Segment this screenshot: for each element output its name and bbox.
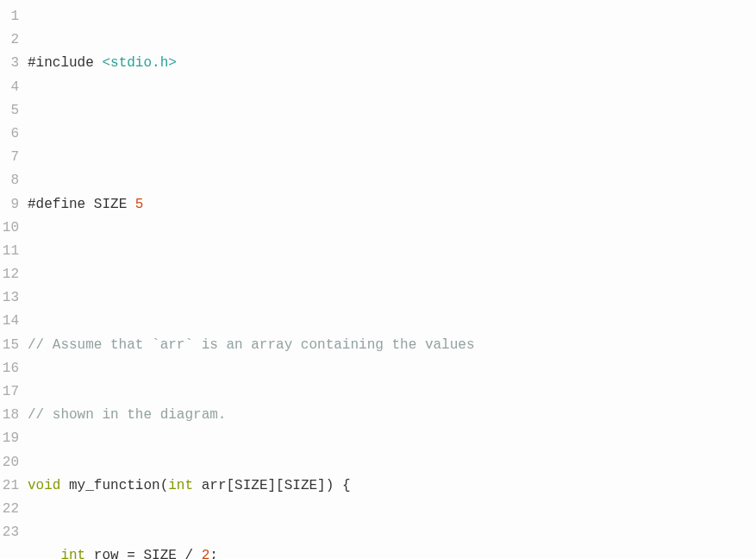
line-number: 7 — [0, 146, 19, 169]
line-number: 11 — [0, 240, 19, 263]
line-number-gutter: 1 2 3 4 5 6 7 8 9 10 11 12 13 14 15 16 1… — [0, 5, 28, 559]
line-number: 23 — [0, 521, 19, 544]
line-number: 1 — [0, 5, 19, 28]
line-number: 14 — [0, 310, 19, 333]
code-area: #include <stdio.h> #define SIZE 5 // Ass… — [28, 5, 756, 559]
code-line: int row = SIZE / 2; — [28, 544, 756, 559]
line-number: 18 — [0, 404, 19, 427]
line-number: 21 — [0, 474, 19, 498]
line-number: 19 — [0, 427, 19, 450]
line-number: 17 — [0, 380, 19, 404]
line-number: 5 — [0, 99, 19, 122]
code-line: #define SIZE 5 — [28, 193, 756, 217]
code-line: #include <stdio.h> — [28, 52, 756, 75]
line-number: 16 — [0, 357, 19, 380]
line-number: 12 — [0, 263, 19, 286]
line-number: 6 — [0, 122, 19, 146]
code-line — [28, 122, 756, 146]
line-number: 4 — [0, 76, 19, 99]
line-number: 13 — [0, 286, 19, 310]
line-number: 9 — [0, 193, 19, 217]
line-number: 8 — [0, 169, 19, 192]
code-line: // Assume that `arr` is an array contain… — [28, 334, 756, 357]
line-number: 3 — [0, 52, 19, 75]
line-number: 10 — [0, 217, 19, 240]
line-number: 22 — [0, 498, 19, 521]
code-block: 1 2 3 4 5 6 7 8 9 10 11 12 13 14 15 16 1… — [0, 5, 756, 559]
code-line: // shown in the diagram. — [28, 404, 756, 427]
code-line: void my_function(int arr[SIZE][SIZE]) { — [28, 474, 756, 498]
code-line — [28, 263, 756, 286]
line-number: 15 — [0, 334, 19, 357]
line-number: 20 — [0, 451, 19, 474]
line-number: 2 — [0, 28, 19, 52]
